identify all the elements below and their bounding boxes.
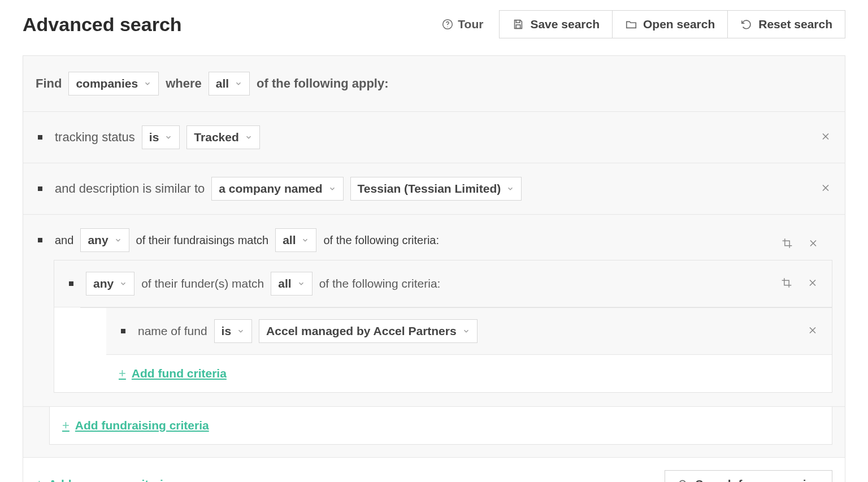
- reset-search-button[interactable]: Reset search: [728, 10, 845, 38]
- chevron-down-icon: [119, 280, 127, 288]
- query-header-row: Find companies where all of the followin…: [23, 56, 845, 112]
- header-actions: Tour Save search Open search: [432, 10, 845, 38]
- company-value-text: Tessian (Tessian Limited): [358, 182, 501, 196]
- chevron-down-icon: [237, 327, 245, 335]
- criteria-row-description: and description is similar to a company …: [23, 163, 845, 215]
- fund-criteria-container: name of fund is Accel managed by Accel P…: [80, 307, 832, 392]
- fund-value-text: Accel managed by Accel Partners: [266, 324, 457, 338]
- fundraising-middle: of their fundraisings match: [136, 234, 269, 247]
- criteria-group-fundraisings: and any of their fundraisings match all …: [23, 215, 845, 458]
- search-icon: [678, 479, 689, 482]
- value-text: Tracked: [194, 131, 238, 144]
- match-mode-value: all: [283, 233, 296, 247]
- chevron-down-icon: [301, 236, 309, 244]
- close-icon: [820, 131, 831, 144]
- match-mode-value: all: [216, 77, 229, 90]
- close-icon: [820, 183, 831, 196]
- page-header: Advanced search Tour Save search: [23, 10, 845, 38]
- field-label: tracking status: [55, 130, 135, 145]
- entity-select-value: companies: [76, 77, 138, 90]
- bullet-icon: [38, 135, 42, 140]
- fundraising-suffix: of the following criteria:: [323, 234, 439, 247]
- fundraising-group-header: and any of their fundraisings match all …: [28, 228, 832, 260]
- match-mode-select[interactable]: all: [209, 72, 250, 95]
- entity-select[interactable]: companies: [68, 72, 159, 95]
- remove-criteria-button[interactable]: [818, 180, 834, 198]
- open-search-button[interactable]: Open search: [613, 10, 728, 38]
- query-builder: Find companies where all of the followin…: [23, 55, 845, 482]
- chevron-down-icon: [462, 327, 470, 335]
- crop-group-button[interactable]: [779, 236, 795, 253]
- add-company-criteria-button[interactable]: + Add company criteria: [36, 477, 170, 482]
- and-prefix: and: [55, 234, 73, 247]
- chevron-down-icon: [164, 133, 172, 141]
- remove-group-button[interactable]: [805, 275, 821, 293]
- plus-icon: +: [119, 366, 126, 381]
- toolbar-button-group: Save search Open search Reset search: [499, 10, 845, 38]
- chevron-down-icon: [114, 236, 122, 244]
- quantifier-value: any: [93, 277, 114, 290]
- plus-icon: +: [36, 477, 43, 482]
- field-label: name of fund: [138, 324, 207, 338]
- remove-group-button[interactable]: [805, 236, 821, 253]
- reset-label: Reset search: [758, 18, 832, 31]
- tour-button[interactable]: Tour: [432, 12, 493, 37]
- add-company-label: Add company criteria: [49, 477, 170, 482]
- tour-label: Tour: [458, 18, 483, 31]
- remove-criteria-button[interactable]: [818, 129, 834, 146]
- query-footer: + Add company criteria Search for compan…: [23, 458, 845, 482]
- chevron-down-icon: [144, 80, 151, 88]
- chevron-down-icon: [328, 185, 336, 193]
- fund-value-select[interactable]: Accel managed by Accel Partners: [259, 319, 478, 343]
- reset-icon: [740, 18, 753, 31]
- save-label: Save search: [530, 18, 600, 31]
- save-icon: [512, 18, 524, 31]
- match-mode-select[interactable]: all: [275, 228, 316, 252]
- add-fund-label: Add fund criteria: [132, 367, 227, 380]
- funders-group: any of their funder(s) match all of the …: [54, 260, 832, 393]
- description-prefix: and description is similar to: [55, 181, 205, 196]
- quantifier-select[interactable]: any: [86, 272, 134, 296]
- quantifier-select[interactable]: any: [80, 228, 129, 252]
- bullet-icon: [38, 186, 42, 191]
- save-search-button[interactable]: Save search: [499, 10, 613, 38]
- crop-group-button[interactable]: [779, 275, 795, 293]
- close-icon: [807, 277, 818, 290]
- funders-suffix: of the following criteria:: [319, 277, 441, 290]
- criteria-row-fund-name: name of fund is Accel managed by Accel P…: [106, 308, 832, 355]
- where-label: where: [166, 76, 202, 91]
- similarity-type-select[interactable]: a company named: [211, 177, 343, 201]
- value-select[interactable]: Tracked: [186, 125, 259, 149]
- add-fundraising-criteria-button[interactable]: + Add fundraising criteria: [62, 418, 209, 433]
- search-companies-button[interactable]: Search for companies: [665, 470, 832, 482]
- chevron-down-icon: [506, 185, 514, 193]
- remove-criteria-button[interactable]: [805, 323, 821, 340]
- page-title: Advanced search: [23, 14, 182, 36]
- add-fund-criteria-button[interactable]: + Add fund criteria: [119, 366, 227, 381]
- operator-value: is: [222, 324, 232, 338]
- similarity-type-value: a company named: [219, 182, 322, 196]
- svg-point-1: [448, 27, 448, 27]
- quantifier-value: any: [88, 233, 108, 247]
- crop-icon: [781, 277, 792, 290]
- close-icon: [808, 238, 819, 251]
- company-value-select[interactable]: Tessian (Tessian Limited): [350, 177, 522, 201]
- bullet-icon: [121, 329, 125, 333]
- criteria-row-tracking-status: tracking status is Tracked: [23, 112, 845, 163]
- match-mode-select[interactable]: all: [271, 272, 312, 296]
- operator-value: is: [149, 131, 159, 144]
- bullet-icon: [69, 281, 73, 286]
- chevron-down-icon: [245, 133, 253, 141]
- operator-select[interactable]: is: [142, 125, 180, 149]
- crop-icon: [782, 238, 793, 251]
- operator-select[interactable]: is: [214, 319, 253, 343]
- chevron-down-icon: [235, 80, 242, 88]
- bullet-icon: [38, 238, 42, 242]
- help-icon: [442, 19, 453, 30]
- funders-middle: of their funder(s) match: [141, 277, 264, 290]
- add-fundraising-criteria-row: + Add fundraising criteria: [49, 407, 832, 445]
- apply-suffix: of the following apply:: [257, 76, 388, 91]
- plus-icon: +: [62, 418, 70, 433]
- svg-rect-2: [517, 25, 520, 28]
- folder-icon: [625, 18, 637, 31]
